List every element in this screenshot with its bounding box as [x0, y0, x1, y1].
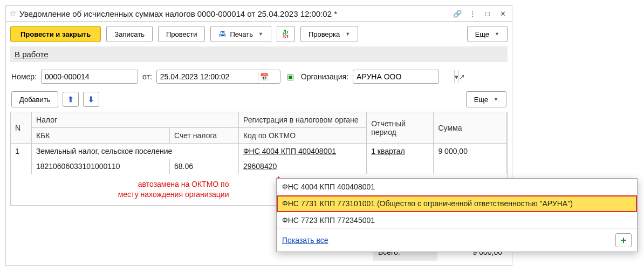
cell-period[interactable]: 1 квартал — [367, 144, 434, 159]
col-reg: Регистрация в налоговом органе — [238, 112, 366, 128]
chevron-down-icon: ▼ — [495, 31, 499, 37]
col-period: Отчетный период — [367, 112, 434, 144]
chevron-down-icon: ▼ — [258, 31, 263, 37]
status-strip[interactable]: В работе — [10, 46, 508, 62]
cell-kbk[interactable]: 18210606033101000110 — [31, 159, 169, 174]
dropdown-option[interactable]: ФНС 7731 КПП 773101001 (Общество с огран… — [277, 195, 637, 212]
number-field[interactable] — [41, 70, 138, 84]
move-up-button[interactable]: ⬆ — [63, 92, 79, 107]
dtkt-button[interactable]: ДтКт — [277, 26, 295, 42]
post-button[interactable]: Провести — [158, 26, 205, 42]
organization-input[interactable] — [353, 70, 454, 83]
check-label: Проверка — [309, 30, 340, 38]
save-button[interactable]: Записать — [106, 26, 153, 42]
cell-reg[interactable]: ФНС 4004 КПП 400408001 — [238, 144, 366, 159]
more-label: Еще — [475, 30, 489, 38]
cell-sum[interactable]: 9 000,00 — [434, 144, 507, 159]
main-toolbar: Провести и закрыть Записать Провести 🖶 П… — [6, 22, 512, 46]
header-form-row: Номер: от: 📅 ▣ Организация: ▾ ↗ — [6, 67, 512, 89]
org-label: Организация: — [301, 72, 348, 81]
cell-n: 1 — [11, 144, 31, 174]
open-icon[interactable]: ↗ — [458, 70, 465, 83]
col-n: N — [11, 112, 31, 144]
annotation-line2: месту нахождения организации — [15, 189, 229, 200]
print-icon: 🖶 — [218, 30, 227, 39]
table-row[interactable]: 18210606033101000110 68.06 29608420 — [11, 159, 507, 174]
maximize-icon[interactable]: □ — [482, 8, 494, 19]
annotation-line1: автозамена на ОКТМО по — [15, 179, 229, 189]
favorite-icon[interactable]: ☆ — [9, 9, 16, 18]
posted-status-icon: ▣ — [285, 71, 297, 83]
col-kbk: КБК — [31, 128, 169, 144]
status-label: В работе — [15, 50, 49, 59]
table-row[interactable]: 1 Земельный налог, сельское поселение ФН… — [11, 144, 507, 159]
print-button[interactable]: 🖶 Печать ▼ — [210, 26, 271, 42]
add-new-button[interactable]: + — [615, 233, 632, 247]
dropdown-footer: Показать все + — [277, 229, 637, 252]
col-sum: Сумма — [434, 112, 507, 144]
annotation-note: автозамена на ОКТМО по месту нахождения … — [15, 177, 234, 202]
dropdown-icon[interactable]: ▾ — [454, 70, 458, 83]
grid-more-button[interactable]: Еще ▼ — [466, 91, 506, 107]
window-title: Уведомление об исчисленных суммах налого… — [19, 9, 448, 18]
date-input[interactable] — [157, 70, 258, 83]
registration-dropdown: ФНС 4004 КПП 400408001 ФНС 7731 КПП 7731… — [276, 178, 638, 252]
move-down-button[interactable]: ⬇ — [83, 92, 99, 107]
dtkt-icon: ДтКт — [283, 30, 289, 38]
cell-oktmo[interactable]: 29608420 — [238, 159, 366, 174]
post-and-close-button[interactable]: Провести и закрыть — [10, 26, 101, 42]
more-menu-icon[interactable]: ⋮ — [467, 8, 478, 19]
number-input[interactable] — [42, 70, 142, 83]
number-label: Номер: — [11, 72, 37, 81]
print-label: Печать — [230, 30, 253, 38]
toolbar-more-button[interactable]: Еще ▼ — [467, 26, 508, 42]
close-icon[interactable]: ✕ — [497, 8, 509, 19]
titlebar: ☆ Уведомление об исчисленных суммах нало… — [6, 6, 512, 22]
check-button[interactable]: Проверка ▼ — [300, 26, 358, 42]
link-icon[interactable]: 🔗 — [451, 8, 463, 19]
cell-tax[interactable]: Земельный налог, сельское поселение — [31, 144, 238, 159]
add-row-button[interactable]: Добавить — [11, 91, 58, 107]
cell-reg-value: ФНС 4004 КПП 400408001 — [243, 147, 336, 155]
calendar-icon[interactable]: 📅 — [258, 70, 271, 83]
organization-field[interactable]: ▾ ↗ — [353, 70, 439, 84]
more-label: Еще — [474, 96, 488, 104]
show-all-link[interactable]: Показать все — [282, 236, 328, 245]
col-acc: Счет налога — [169, 128, 238, 144]
dropdown-option[interactable]: ФНС 4004 КПП 400408001 — [277, 179, 637, 195]
cell-oktmo-value: 29608420 — [243, 162, 277, 171]
chevron-down-icon: ▼ — [494, 97, 498, 102]
chevron-down-icon: ▼ — [345, 31, 350, 37]
col-tax: Налог — [31, 112, 238, 128]
from-label: от: — [142, 72, 152, 81]
col-oktmo: Код по ОКТМО — [238, 128, 366, 144]
cell-acc[interactable]: 68.06 — [169, 159, 238, 174]
date-field[interactable]: 📅 — [156, 70, 280, 84]
grid-toolbar: Добавить ⬆ ⬇ Еще ▼ — [6, 89, 512, 112]
cell-period-value: 1 квартал — [371, 147, 405, 155]
dropdown-option[interactable]: ФНС 7723 КПП 772345001 — [277, 212, 637, 229]
